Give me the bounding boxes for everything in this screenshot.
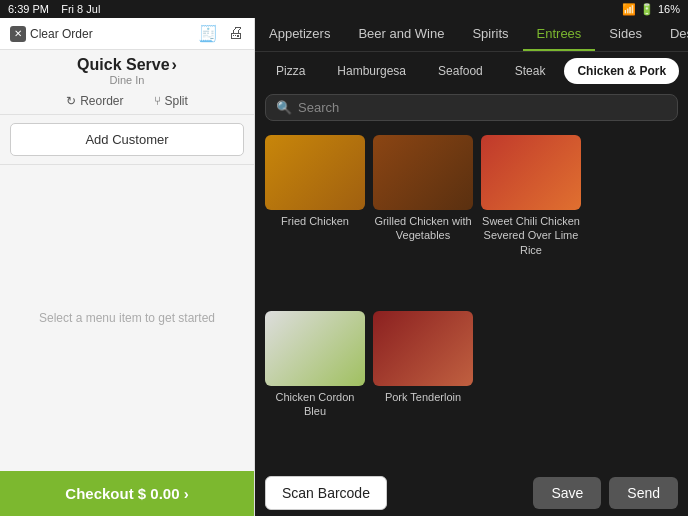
search-input[interactable] xyxy=(298,100,667,115)
sweet-chili-visual xyxy=(481,135,581,210)
menu-item-image xyxy=(265,135,365,210)
pork-tenderloin-visual xyxy=(373,311,473,386)
status-bar: 6:39 PM Fri 8 Jul 📶 🔋 16% xyxy=(0,0,688,18)
status-time: 6:39 PM Fri 8 Jul xyxy=(8,3,100,15)
tab-appetizers[interactable]: Appetizers xyxy=(255,18,344,51)
menu-item-image xyxy=(373,135,473,210)
left-panel: ✕ Clear Order 🧾 🖨 Quick Serve Dine In ↻ … xyxy=(0,18,255,516)
menu-item-label: Grilled Chicken with Vegetables xyxy=(373,214,473,243)
menu-item-label: Chicken Cordon Bleu xyxy=(265,390,365,419)
left-header: ✕ Clear Order 🧾 🖨 xyxy=(0,18,254,50)
search-icon: 🔍 xyxy=(276,100,292,115)
subtab-chicken-pork[interactable]: Chicken & Pork xyxy=(564,58,679,84)
subtab-hamburgesa[interactable]: Hamburgesa xyxy=(324,58,419,84)
tab-entrees[interactable]: Entrees xyxy=(523,18,596,51)
chicken-cordon-visual xyxy=(265,311,365,386)
search-bar: 🔍 xyxy=(255,90,688,129)
save-button[interactable]: Save xyxy=(533,477,601,509)
subtab-pizza[interactable]: Pizza xyxy=(263,58,318,84)
split-button[interactable]: ⑂ Split xyxy=(154,94,188,108)
list-item[interactable]: Fried Chicken xyxy=(265,135,365,303)
sub-tabs: Pizza Hamburgesa Seafood Steak Chicken &… xyxy=(255,52,688,90)
list-item[interactable]: Sweet Chili Chicken Severed Over Lime Ri… xyxy=(481,135,581,303)
scan-barcode-button[interactable]: Scan Barcode xyxy=(265,476,387,510)
bottom-action-bar: Scan Barcode Save Send xyxy=(255,470,688,516)
tab-desserts[interactable]: Desserts xyxy=(656,18,688,51)
add-customer-section: Add Customer xyxy=(0,115,254,165)
reorder-split-bar: ↻ Reorder ⑂ Split xyxy=(0,88,254,115)
right-panel: Appetizers Beer and Wine Spirits Entrees… xyxy=(255,18,688,516)
tab-beer-wine[interactable]: Beer and Wine xyxy=(344,18,458,51)
battery-icon: 🔋 xyxy=(640,3,654,16)
subtab-steak[interactable]: Steak xyxy=(502,58,559,84)
wifi-icon: 📶 xyxy=(622,3,636,16)
category-tabs: Appetizers Beer and Wine Spirits Entrees… xyxy=(255,18,688,52)
send-button[interactable]: Send xyxy=(609,477,678,509)
tab-sides[interactable]: Sides xyxy=(595,18,656,51)
status-right: 📶 🔋 16% xyxy=(622,3,680,16)
tab-spirits[interactable]: Spirits xyxy=(458,18,522,51)
split-icon: ⑂ xyxy=(154,94,161,108)
header-icons: 🧾 🖨 xyxy=(198,24,244,43)
dine-in-label: Dine In xyxy=(0,74,254,86)
checkout-bar[interactable]: Checkout $ 0.00 › xyxy=(0,471,254,516)
menu-item-label: Pork Tenderloin xyxy=(373,390,473,404)
restaurant-name[interactable]: Quick Serve xyxy=(0,56,254,74)
restaurant-title: Quick Serve Dine In xyxy=(0,50,254,88)
list-item[interactable]: Chicken Cordon Bleu xyxy=(265,311,365,464)
menu-item-image xyxy=(265,311,365,386)
reorder-button[interactable]: ↻ Reorder xyxy=(66,94,123,108)
menu-item-image xyxy=(481,135,581,210)
subtab-seafood[interactable]: Seafood xyxy=(425,58,496,84)
search-input-wrap: 🔍 xyxy=(265,94,678,121)
main-layout: ✕ Clear Order 🧾 🖨 Quick Serve Dine In ↻ … xyxy=(0,18,688,516)
empty-order-message: Select a menu item to get started xyxy=(0,165,254,471)
fried-chicken-visual xyxy=(265,135,365,210)
menu-item-label: Fried Chicken xyxy=(265,214,365,228)
menu-item-image xyxy=(373,311,473,386)
menu-item-label: Sweet Chili Chicken Severed Over Lime Ri… xyxy=(481,214,581,257)
reorder-icon: ↻ xyxy=(66,94,76,108)
receipt-icon[interactable]: 🧾 xyxy=(198,24,218,43)
print-icon[interactable]: 🖨 xyxy=(228,24,244,43)
list-item[interactable]: Pork Tenderloin xyxy=(373,311,473,464)
list-item[interactable]: Grilled Chicken with Vegetables xyxy=(373,135,473,303)
menu-grid: Fried Chicken Grilled Chicken with Veget… xyxy=(255,129,688,470)
clear-order-button[interactable]: ✕ Clear Order xyxy=(10,26,93,42)
x-icon: ✕ xyxy=(10,26,26,42)
grilled-chicken-visual xyxy=(373,135,473,210)
add-customer-button[interactable]: Add Customer xyxy=(10,123,244,156)
